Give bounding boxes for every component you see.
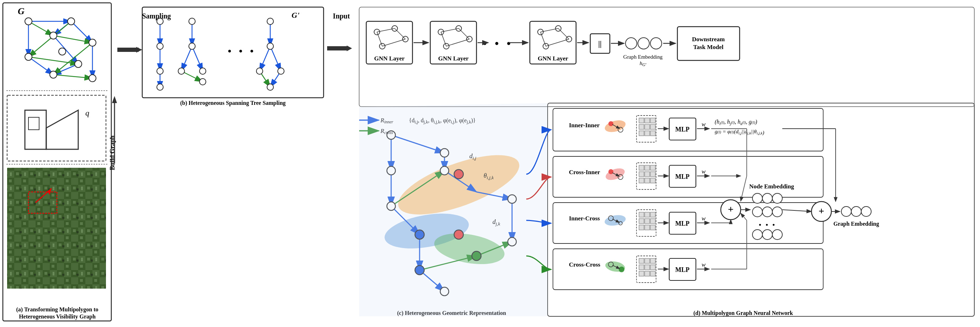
svg-line-139 — [446, 39, 469, 46]
svg-rect-178 — [639, 124, 644, 129]
svg-text:G: G — [18, 6, 24, 16]
svg-rect-224 — [645, 212, 650, 217]
svg-point-71 — [267, 18, 274, 24]
svg-rect-214 — [553, 203, 823, 243]
svg-text:q: q — [85, 108, 89, 117]
svg-point-174 — [618, 127, 623, 132]
svg-point-72 — [267, 43, 274, 49]
svg-rect-249 — [651, 265, 655, 270]
svg-line-12 — [29, 57, 78, 64]
svg-point-284 — [841, 206, 851, 216]
svg-point-238 — [608, 262, 613, 267]
svg-text:Node Embedding: Node Embedding — [749, 183, 794, 190]
svg-line-281 — [782, 210, 811, 211]
svg-point-64 — [199, 79, 206, 85]
svg-line-11 — [53, 35, 92, 43]
svg-point-173 — [608, 121, 613, 126]
svg-rect-245 — [645, 259, 650, 264]
svg-point-99 — [387, 166, 395, 175]
svg-line-138 — [441, 32, 446, 46]
svg-rect-176 — [636, 116, 656, 142]
svg-text:GNN Layer: GNN Layer — [374, 55, 405, 62]
svg-line-149 — [541, 32, 546, 46]
svg-point-195 — [604, 166, 626, 182]
svg-rect-200 — [639, 165, 644, 170]
svg-point-75 — [267, 84, 274, 90]
svg-text:+: + — [819, 205, 824, 216]
svg-point-134 — [466, 36, 472, 42]
svg-text:+: + — [728, 204, 733, 215]
svg-rect-203 — [645, 165, 650, 170]
svg-point-217 — [608, 216, 613, 221]
svg-text:GNN Layer: GNN Layer — [438, 55, 469, 62]
svg-text:MLP: MLP — [675, 220, 689, 227]
svg-point-54 — [157, 68, 163, 74]
svg-line-6 — [29, 57, 53, 75]
svg-text:GNN Layer: GNN Layer — [538, 55, 568, 62]
svg-rect-208 — [651, 178, 655, 183]
svg-rect-250 — [651, 271, 655, 276]
svg-rect-155 — [590, 34, 610, 53]
svg-rect-206 — [651, 165, 655, 170]
svg-rect-227 — [651, 212, 655, 217]
svg-line-129 — [382, 39, 406, 46]
svg-text:w: w — [702, 215, 706, 222]
svg-text:MLP: MLP — [675, 126, 689, 133]
svg-rect-193 — [553, 156, 823, 197]
svg-text:(c) Heterogeneous Geometric Re: (c) Heterogeneous Geometric Representati… — [397, 310, 506, 316]
svg-line-7 — [53, 64, 78, 75]
svg-rect-179 — [639, 131, 644, 136]
svg-point-124 — [402, 36, 408, 42]
svg-line-198 — [612, 173, 619, 176]
svg-rect-185 — [651, 131, 655, 136]
svg-point-271 — [752, 207, 762, 217]
svg-point-55 — [157, 84, 163, 90]
svg-point-74 — [278, 68, 284, 74]
svg-point-100 — [387, 202, 395, 210]
svg-text:(d) Multipolygon Graph Neural : (d) Multipolygon Graph Neural Network — [694, 310, 793, 316]
svg-point-279 — [811, 202, 831, 221]
svg-point-101 — [440, 149, 449, 157]
svg-line-219 — [612, 219, 619, 222]
svg-text:Inner-Cross: Inner-Cross — [569, 215, 600, 222]
svg-point-109 — [415, 265, 424, 275]
svg-point-146 — [543, 43, 549, 49]
svg-line-150 — [546, 39, 569, 46]
svg-text:dj,k: dj,k — [493, 218, 500, 226]
svg-rect-120 — [359, 7, 974, 106]
svg-point-108 — [454, 230, 463, 239]
svg-text:MLP: MLP — [675, 173, 689, 180]
svg-text:Graph Embedding: Graph Embedding — [834, 221, 879, 227]
svg-point-161 — [651, 38, 662, 49]
svg-line-93 — [391, 135, 444, 153]
svg-point-106 — [454, 170, 463, 179]
svg-rect-235 — [553, 249, 823, 290]
svg-point-277 — [772, 230, 782, 240]
svg-point-197 — [618, 175, 623, 179]
svg-rect-222 — [639, 219, 644, 224]
svg-rect-220 — [636, 210, 656, 237]
svg-line-96 — [420, 256, 476, 270]
svg-rect-121 — [366, 21, 412, 64]
svg-line-67 — [259, 46, 270, 71]
svg-point-53 — [157, 43, 163, 49]
svg-line-70 — [259, 71, 270, 87]
svg-rect-47 — [142, 7, 324, 98]
svg-line-34 — [35, 188, 52, 203]
svg-rect-201 — [639, 172, 644, 177]
svg-rect-204 — [645, 172, 650, 177]
svg-point-269 — [762, 194, 772, 203]
svg-text:di,j: di,j — [469, 152, 476, 161]
svg-text:Cross-Inner: Cross-Inner — [569, 169, 600, 176]
svg-line-137 — [459, 29, 469, 39]
svg-text:(hi(l), hj(l), hk(l), g(l)): (hi(l), hj(l), hk(l), g(l)) — [715, 119, 757, 126]
svg-rect-229 — [651, 225, 655, 230]
svg-point-18 — [50, 32, 57, 39]
svg-rect-33 — [7, 168, 106, 289]
svg-text:Sampling: Sampling — [142, 12, 171, 20]
svg-text:Build Graph: Build Graph — [109, 135, 116, 170]
svg-text:G': G' — [291, 11, 299, 19]
svg-text:Input: Input — [333, 12, 350, 20]
svg-line-59 — [181, 71, 203, 82]
svg-line-69 — [270, 71, 281, 87]
